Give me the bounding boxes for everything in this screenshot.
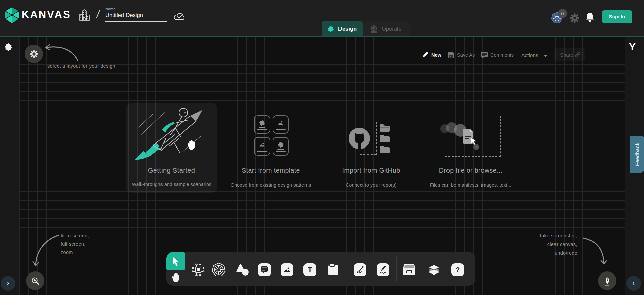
card-title: Import from GitHub [321,167,422,174]
hint-arrow-bottom-left [32,230,63,271]
hint-zoom: zoom [61,250,73,255]
hint-arrow-top-left [40,40,81,64]
tab-design-label: Design [338,26,357,32]
dock-divider [396,256,397,282]
layers-tool[interactable] [427,263,441,277]
layout-hint-text: select a layout for your design [47,63,115,69]
shapes-tool[interactable] [236,263,249,276]
dock-divider [231,256,231,282]
pinwheel-icon [277,141,284,148]
getting-started-card[interactable]: Getting Started Walk-throughs and sample… [126,103,217,193]
template-tile [273,115,289,134]
y-logo-icon[interactable]: Y [629,41,636,52]
image-icon [277,119,284,127]
archive-tool[interactable] [402,263,417,276]
tab-operate[interactable]: Operate [363,21,410,37]
tab-design[interactable]: Design [322,21,363,37]
share-label: Share [560,52,573,58]
pencil-icon[interactable] [421,51,429,59]
hand-cursor-icon [187,139,197,151]
operate-headset-icon [370,25,378,33]
name-label: Name [105,7,167,11]
template-tile [254,137,270,156]
card-title: Start from template [220,167,321,174]
bell-icon[interactable] [585,12,595,23]
circuit-tool[interactable] [191,263,205,277]
image-tool[interactable] [281,263,293,276]
brand-name: KANVAS [22,9,71,21]
comment-icon[interactable] [480,51,488,59]
folder-icon [379,134,390,143]
sign-in-button[interactable]: Sign In [602,10,632,23]
cloud-check-icon [173,11,187,22]
feedback-tab[interactable]: Feedback [630,136,644,173]
select-cursor-icon [171,256,180,266]
comments-button[interactable]: Comments [490,52,514,58]
dock-divider [347,256,347,282]
pencil-scribble-icon [379,266,387,274]
help-tool[interactable]: ? [451,263,464,276]
folder-icon [379,145,390,154]
kanvas-app: KANVAS / Name [0,0,644,295]
kubernetes-tool[interactable] [211,262,226,277]
rocket-illustration [132,105,211,163]
card-subtitle: Files can be manifests, images, text... [417,182,525,188]
gear-icon[interactable] [570,13,580,23]
notification-count-badge: 0 [558,9,567,18]
zoom-button[interactable] [26,271,44,290]
hint-full-screen: full-screen, [61,241,86,247]
meshery-pinwheel-icon[interactable] [4,43,13,52]
hint-undo-redo: undo/redo [488,250,577,256]
card-subtitle: Choose from existing design patterns [217,182,325,188]
select-tool[interactable] [166,252,185,270]
template-tile [273,137,289,156]
comment-tool[interactable] [258,263,271,276]
zoom-icon [31,276,40,286]
card-subtitle: Connect to your repo(s) [317,182,425,188]
building-icon[interactable] [78,9,91,22]
expand-left-panel-button[interactable]: › [1,276,15,291]
pen-tool[interactable] [354,263,366,276]
tab-operate-label: Operate [382,26,402,32]
comment-icon [260,266,269,274]
floppy-icon[interactable] [447,51,455,59]
link-icon [574,51,581,58]
design-pinwheel-icon [327,25,334,33]
freehand-pen-button[interactable] [598,271,616,290]
pen-nib-icon [603,276,612,286]
note-tool[interactable] [327,263,340,277]
design-name-input[interactable] [105,12,167,22]
image-icon [258,141,266,149]
pan-tool[interactable] [171,272,181,283]
pencil-tool[interactable] [377,263,389,276]
text-icon: T [308,266,312,274]
expand-right-panel-button[interactable]: ‹ [626,276,641,291]
caret-down-icon[interactable] [544,55,548,57]
kanvas-logo-icon [4,6,20,24]
left-rail [0,37,19,295]
hint-clear-canvas: clear canvas, [488,242,577,247]
card-subtitle: Walk-throughs and sample scenarios [118,182,225,187]
hint-take-screenshot: take screenshot, [488,233,577,238]
question-icon: ? [456,266,460,274]
card-title: Getting Started [121,167,222,174]
actions-menu[interactable]: Actions [521,52,538,58]
github-icon [348,127,370,150]
plus-badge-icon: + [473,144,479,150]
template-tile [254,115,270,134]
folder-icon [379,123,390,132]
share-button[interactable]: Share [554,48,585,61]
save-as-button[interactable]: Save As [457,52,475,58]
image-icon [283,265,291,274]
pinwheel-icon [259,120,265,126]
card-title: Drop file or browse... [420,167,521,174]
hint-arrow-bottom-right [580,233,609,268]
breadcrumb-separator: / [96,8,100,20]
asterisk-icon [30,50,38,58]
pen-icon [356,266,364,274]
new-button[interactable]: New [431,52,441,58]
hint-fit-to-screen: fit-to-screen, [61,233,89,238]
text-tool[interactable]: T [303,263,316,276]
design-name-group: Name [105,7,167,22]
